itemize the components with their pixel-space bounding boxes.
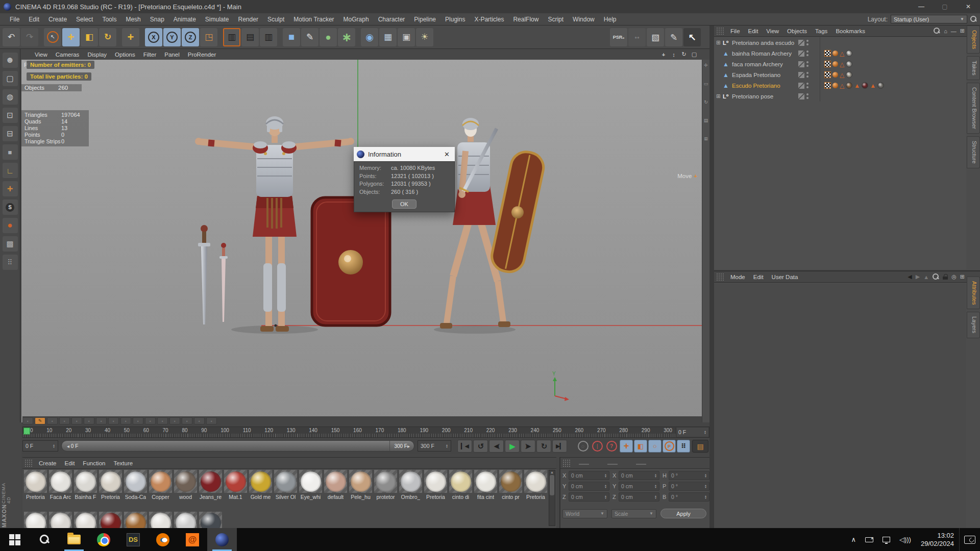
coordinate-field[interactable]: 0 cm ▲▼: [569, 492, 609, 502]
material-item[interactable]: Bainha F: [74, 470, 97, 500]
material-item[interactable]: Faca Arc: [48, 470, 72, 500]
pan-view-icon[interactable]: [659, 51, 668, 59]
anim-tool-icon[interactable]: [22, 417, 33, 424]
anim-tool-icon[interactable]: [71, 417, 82, 424]
object-row[interactable]: bainha Roman Archery: [714, 48, 966, 59]
coordinate-field[interactable]: 0 ° ▲▼: [669, 492, 709, 502]
menu-item[interactable]: Plugins: [440, 16, 470, 23]
close-button[interactable]: ✕: [957, 0, 980, 13]
object-tag-icon[interactable]: [840, 50, 844, 57]
minimize-button[interactable]: —: [910, 0, 933, 13]
viewport-menu-item[interactable]: Options: [111, 52, 139, 58]
attribute-menu-item[interactable]: Mode: [726, 274, 749, 280]
scale-mode-select[interactable]: Scale▼: [611, 509, 656, 518]
object-tag-icon[interactable]: [840, 71, 844, 79]
axis-mode-icon[interactable]: [3, 181, 18, 196]
goto-start-icon[interactable]: [457, 440, 472, 453]
spline-pen-icon[interactable]: [301, 28, 318, 46]
object-manager-menu-item[interactable]: Edit: [744, 28, 763, 34]
object-tag-icon[interactable]: [846, 61, 852, 67]
object-row[interactable]: Pretoriano pose: [714, 91, 966, 102]
menu-item[interactable]: Simulate: [201, 16, 234, 23]
home-icon[interactable]: ⌂: [944, 28, 947, 34]
visibility-dots[interactable]: [798, 83, 820, 89]
coord-system-icon[interactable]: [200, 28, 217, 46]
material-item[interactable]: [124, 512, 148, 528]
visibility-dots[interactable]: [798, 40, 820, 46]
anim-tool-icon[interactable]: [47, 417, 58, 424]
new-panel-icon[interactable]: ⊞: [960, 273, 965, 280]
viewport-menu-item[interactable]: Display: [83, 52, 111, 58]
anim-tool-icon[interactable]: [59, 417, 70, 424]
separator[interactable]: [218, 28, 222, 46]
anim-tool-icon[interactable]: [182, 417, 192, 424]
material-menu-item[interactable]: Function: [79, 460, 109, 466]
expander-icon[interactable]: [716, 93, 723, 99]
viewport-menu-item[interactable]: ProRender: [184, 52, 220, 58]
material-scrollbar[interactable]: [549, 470, 555, 526]
separator[interactable]: [39, 28, 43, 46]
material-item[interactable]: wood: [174, 470, 198, 500]
menu-item[interactable]: Create: [44, 16, 71, 23]
anim-tool-icon[interactable]: [35, 417, 45, 424]
coordinate-field[interactable]: 0 cm ▲▼: [569, 471, 609, 480]
anim-tool-icon[interactable]: [169, 417, 180, 424]
key-pla-icon[interactable]: [677, 440, 690, 453]
toggle-view-icon[interactable]: [690, 51, 698, 59]
object-manager-menu-item[interactable]: Tags: [811, 28, 831, 34]
brush-icon[interactable]: [665, 28, 682, 46]
menu-item[interactable]: File: [5, 16, 24, 23]
coordinate-field[interactable]: 0 cm ▲▼: [619, 471, 659, 480]
scale-tool-icon[interactable]: [81, 28, 98, 46]
material-item[interactable]: Pretoria: [99, 470, 122, 500]
material-menu-item[interactable]: Create: [35, 460, 61, 466]
history-back-icon[interactable]: ◀: [908, 273, 912, 280]
material-item[interactable]: Pele_hu: [349, 470, 373, 500]
material-item[interactable]: [174, 512, 198, 528]
zoom-view-icon[interactable]: [670, 51, 678, 59]
object-manager-menu-item[interactable]: File: [726, 28, 744, 34]
layer-box-icon[interactable]: [798, 93, 804, 99]
object-tag-icon[interactable]: [846, 82, 852, 89]
prev-key-icon[interactable]: [473, 440, 488, 453]
layer-box-icon[interactable]: [798, 61, 804, 67]
dock-tab[interactable]: Structure: [967, 136, 980, 168]
viewport-menu-item[interactable]: Filter: [139, 52, 161, 58]
material-item[interactable]: Soda-Ca: [124, 470, 148, 500]
start-button[interactable]: [0, 528, 30, 551]
apply-button[interactable]: Apply: [660, 509, 706, 518]
material-item[interactable]: default: [324, 470, 348, 500]
strip-rotate-icon[interactable]: ↻: [704, 99, 708, 105]
model-mode-icon[interactable]: [3, 71, 18, 86]
object-tag-icon[interactable]: [870, 82, 876, 89]
dock-tab[interactable]: Objects: [967, 26, 980, 54]
material-item[interactable]: Copper: [149, 470, 173, 500]
strip-grid-icon[interactable]: ▤: [704, 118, 708, 123]
strip-panel-icon[interactable]: ⊞: [704, 136, 708, 141]
camera-icon[interactable]: [398, 28, 415, 46]
goto-end-icon[interactable]: [552, 440, 567, 453]
layer-box-icon[interactable]: [798, 51, 804, 57]
coordinate-field[interactable]: 0 cm ▲▼: [569, 482, 609, 491]
material-item[interactable]: [149, 512, 173, 528]
find-icon[interactable]: [934, 28, 940, 34]
edges-mode-icon[interactable]: [3, 126, 18, 141]
render-view-icon[interactable]: [223, 28, 240, 46]
prev-frame-icon[interactable]: [489, 440, 504, 453]
material-item[interactable]: [23, 512, 47, 528]
file-explorer-button[interactable]: [59, 528, 89, 551]
object-row[interactable]: Espada Pretoriano: [714, 69, 966, 80]
anim-tool-icon[interactable]: [133, 417, 143, 424]
separator[interactable]: [356, 28, 360, 46]
separator[interactable]: [117, 28, 121, 46]
snap-icon[interactable]: [3, 199, 18, 215]
record-icon[interactable]: [577, 440, 589, 453]
dock-splitter[interactable]: [709, 26, 714, 528]
path-icon[interactable]: —: [951, 28, 957, 34]
object-tag-icon[interactable]: [846, 50, 852, 57]
taskbar-clock[interactable]: 13:02 29/02/2024: [916, 532, 959, 548]
anim-tool-icon[interactable]: [120, 417, 131, 424]
redo-icon[interactable]: [21, 28, 38, 46]
key-parameter-icon[interactable]: [663, 440, 676, 453]
object-tag-icon[interactable]: [832, 61, 838, 67]
